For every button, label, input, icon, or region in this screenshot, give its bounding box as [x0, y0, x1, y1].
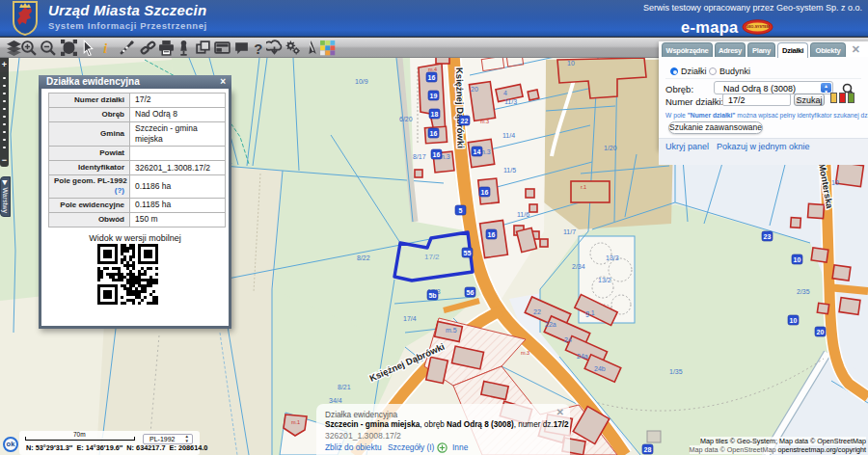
svg-text:16: 16	[433, 151, 441, 158]
svg-text:11/6: 11/6	[517, 211, 529, 218]
svg-text:m.3: m.3	[480, 119, 489, 124]
svg-text:10: 10	[567, 60, 575, 67]
svg-text:24b: 24b	[594, 365, 606, 372]
svg-text:56: 56	[467, 289, 475, 296]
svg-text:20: 20	[817, 329, 825, 335]
svg-text:6/20: 6/20	[399, 116, 413, 122]
svg-text:8/17: 8/17	[413, 153, 426, 160]
svg-text:5b: 5b	[428, 292, 436, 299]
svg-text:4: 4	[503, 90, 507, 96]
svg-text:2/34: 2/34	[572, 263, 585, 270]
svg-text:22: 22	[533, 308, 541, 315]
svg-text:11/7: 11/7	[563, 228, 576, 235]
svg-text:?: ?	[254, 41, 262, 56]
svg-text:17/2: 17/2	[424, 253, 440, 261]
svg-text:m.3: m.3	[521, 350, 529, 356]
svg-text:8/21: 8/21	[338, 384, 351, 390]
svg-text:5: 5	[459, 207, 463, 214]
svg-text:16: 16	[428, 74, 436, 81]
svg-text:20: 20	[471, 86, 478, 93]
svg-text:m.4: m.4	[428, 67, 437, 72]
svg-text:1/20: 1/20	[604, 145, 617, 151]
svg-text:m.1: m.1	[291, 419, 300, 425]
svg-text:24: 24	[564, 336, 572, 343]
svg-text:23: 23	[764, 233, 772, 240]
svg-text:11/5: 11/5	[503, 167, 516, 174]
svg-text:17/4: 17/4	[403, 315, 417, 322]
svg-text:10/9: 10/9	[355, 78, 368, 85]
svg-text:g.1: g.1	[585, 309, 595, 317]
svg-text:55: 55	[464, 250, 472, 256]
svg-text:19: 19	[430, 93, 438, 99]
svg-text:11/4: 11/4	[502, 132, 515, 139]
svg-text:10: 10	[831, 179, 839, 186]
svg-text:GEO-SYSTEM: GEO-SYSTEM	[746, 25, 769, 29]
svg-text:22a: 22a	[545, 321, 556, 328]
svg-text:24a: 24a	[577, 353, 588, 360]
svg-text:14: 14	[474, 148, 481, 155]
svg-text:1/35: 1/35	[669, 368, 683, 375]
svg-text:13/3: 13/3	[606, 254, 619, 261]
svg-text:11/3: 11/3	[504, 98, 517, 105]
svg-text:Księżnej Dąbrówki: Księżnej Dąbrówki	[454, 67, 466, 148]
svg-text:10: 10	[790, 317, 798, 324]
svg-text:34/4: 34/4	[329, 397, 342, 404]
svg-text:22: 22	[461, 118, 469, 124]
svg-text:16: 16	[430, 130, 438, 137]
svg-text:2/35: 2/35	[797, 288, 810, 295]
svg-text:18: 18	[431, 111, 439, 118]
svg-text:13/2: 13/2	[598, 277, 611, 283]
svg-text:8/22: 8/22	[357, 254, 370, 261]
svg-text:m.5: m.5	[446, 327, 457, 334]
svg-text:i: i	[103, 41, 107, 56]
svg-text:r.1: r.1	[581, 184, 586, 190]
svg-text:10: 10	[794, 256, 801, 263]
svg-text:16: 16	[481, 189, 489, 196]
svg-text:28: 28	[644, 446, 652, 453]
svg-text:16: 16	[488, 231, 496, 238]
